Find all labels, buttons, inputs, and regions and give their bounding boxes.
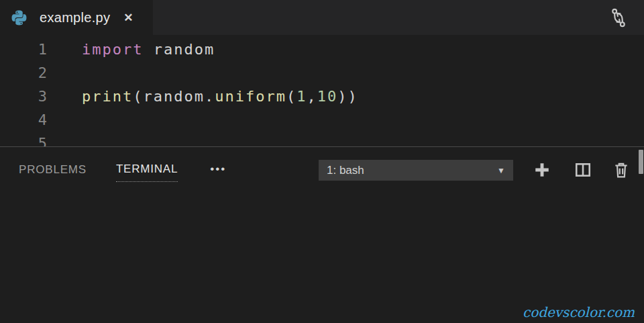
code-token: ( (133, 88, 143, 105)
line-number: 1 (0, 38, 48, 61)
code-token: ( (286, 88, 297, 105)
code-editor[interactable]: 1import random23print(random.uniform(1,1… (0, 35, 644, 146)
line-number: 5 (0, 132, 48, 146)
tab-example-py[interactable]: example.py ✕ (0, 0, 153, 35)
vscode-window: example.py ✕ 1import random23print(rando… (0, 0, 644, 323)
chevron-down-icon: ▼ (497, 166, 505, 175)
line-number: 4 (0, 108, 48, 132)
code-line: 1import random (0, 38, 644, 61)
editor-tab-bar: example.py ✕ (0, 0, 644, 35)
code-token: )) (337, 88, 358, 105)
code-line: 4 (0, 108, 644, 132)
line-number: 3 (0, 85, 48, 108)
code-line: 2 (0, 61, 644, 85)
panel-tab-problems[interactable]: PROBLEMS (19, 157, 87, 182)
panel-header: PROBLEMS TERMINAL ••• 1: bash ▼ (0, 147, 644, 191)
code-token: import (82, 41, 143, 58)
kill-terminal-icon[interactable] (612, 161, 630, 179)
tab-title: example.py (40, 10, 110, 26)
code-line: 3print(random.uniform(1,10)) (0, 85, 644, 108)
code-text (48, 108, 82, 132)
terminal-select-value: 1: bash (327, 164, 364, 177)
code-token: print (82, 88, 133, 105)
code-text: print(random.uniform(1,10)) (48, 85, 358, 108)
python-file-icon (10, 9, 28, 27)
switch-editor-icon[interactable] (609, 7, 628, 28)
split-terminal-icon[interactable] (574, 161, 592, 179)
code-token: 10 (317, 88, 338, 105)
code-token: uniform (215, 88, 286, 105)
code-token: random (143, 41, 215, 58)
code-token: random (143, 88, 204, 105)
new-terminal-icon[interactable] (533, 161, 551, 179)
code-line: 5 (0, 132, 644, 146)
watermark-text: codevscolor.com (523, 304, 635, 320)
code-token: 1 (297, 88, 307, 105)
code-text: import random (48, 38, 215, 61)
line-number: 2 (0, 61, 48, 85)
terminal-instance-select[interactable]: 1: bash ▼ (319, 160, 513, 181)
panel-scrollbar-thumb[interactable] (639, 150, 643, 174)
more-actions-icon[interactable]: ••• (210, 163, 226, 176)
bottom-panel: PROBLEMS TERMINAL ••• 1: bash ▼ cvc@cvc:… (0, 146, 644, 323)
code-text (48, 132, 82, 146)
close-tab-icon[interactable]: ✕ (123, 11, 133, 25)
code-text (48, 61, 82, 85)
code-token: . (205, 88, 215, 105)
panel-tab-terminal[interactable]: TERMINAL (116, 156, 178, 182)
code-token: , (307, 88, 317, 105)
